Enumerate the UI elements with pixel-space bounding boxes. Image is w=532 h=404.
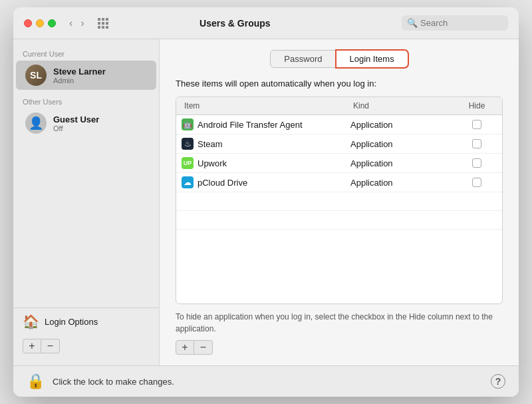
- guest-user-info: Guest User Off: [53, 114, 99, 132]
- avatar-steve: SL: [25, 65, 47, 86]
- panel-description: These items will open automatically when…: [176, 79, 503, 89]
- table-row-empty: [176, 192, 502, 211]
- traffic-lights: [24, 19, 56, 27]
- table-row: UP Upwork Application: [176, 154, 502, 173]
- back-button[interactable]: ‹: [66, 16, 75, 31]
- col-kind-header: Kind: [350, 100, 457, 112]
- sidebar: Current User SL Steve Larner Admin Other…: [13, 39, 160, 365]
- row1-name: Android File Transfer Agent: [198, 120, 303, 130]
- row4-item: ☁ pCloud Drive: [182, 176, 350, 188]
- upwork-icon: UP: [182, 157, 194, 169]
- main-content: Current User SL Steve Larner Admin Other…: [13, 39, 519, 365]
- maximize-button[interactable]: [48, 19, 56, 27]
- tab-password[interactable]: Password: [270, 50, 336, 68]
- main-window: ‹ › Users & Groups 🔍 Current User SL Ste…: [13, 7, 519, 397]
- row4-name: pCloud Drive: [198, 178, 247, 188]
- row2-name: Steam: [198, 139, 223, 149]
- row3-checkbox[interactable]: [472, 158, 481, 168]
- search-icon: 🔍: [407, 18, 418, 28]
- login-options-label: Login Options: [45, 317, 98, 327]
- titlebar: ‹ › Users & Groups 🔍: [13, 7, 519, 39]
- sidebar-action-buttons: + −: [13, 335, 159, 357]
- row3-kind: Application: [350, 158, 457, 168]
- footer-note: To hide an application when you log in, …: [176, 311, 503, 335]
- table-action-buttons: + −: [176, 340, 503, 355]
- login-items-table: Item Kind Hide 🤖 Android File Transfer A…: [176, 97, 503, 304]
- col-item-header: Item: [182, 100, 350, 112]
- row2-kind: Application: [350, 139, 457, 149]
- table-row: 🤖 Android File Transfer Agent Applicatio…: [176, 115, 502, 134]
- table-row-empty: [176, 230, 502, 248]
- sidebar-item-steve[interactable]: SL Steve Larner Admin: [16, 61, 156, 90]
- lock-text: Click the lock to make changes.: [53, 377, 483, 387]
- row4-kind: Application: [350, 178, 457, 188]
- remove-user-button[interactable]: −: [41, 339, 60, 353]
- row4-hide: [457, 178, 497, 187]
- search-bar[interactable]: 🔍: [402, 15, 508, 31]
- add-user-button[interactable]: +: [23, 339, 41, 353]
- avatar-guest: 👤: [25, 112, 47, 134]
- minimize-button[interactable]: [36, 19, 44, 27]
- close-button[interactable]: [24, 19, 32, 27]
- row2-checkbox[interactable]: [472, 139, 481, 148]
- remove-login-item-button[interactable]: −: [194, 340, 213, 355]
- current-user-label: Current User: [13, 47, 159, 61]
- tab-bar: Password Login Items: [176, 50, 503, 68]
- guest-status: Off: [53, 124, 99, 132]
- row2-item: ♨ Steam: [182, 138, 350, 150]
- search-input[interactable]: [420, 18, 500, 28]
- steve-user-info: Steve Larner Admin: [53, 67, 106, 85]
- android-icon: 🤖: [182, 118, 194, 130]
- lock-icon[interactable]: 🔒: [27, 373, 45, 390]
- window-title: Users & Groups: [76, 18, 394, 29]
- other-users-label: Other Users: [13, 95, 159, 108]
- row4-checkbox[interactable]: [472, 178, 481, 187]
- row1-kind: Application: [350, 120, 457, 130]
- guest-name: Guest User: [53, 114, 99, 124]
- table-row: ☁ pCloud Drive Application: [176, 173, 502, 192]
- steve-role: Admin: [53, 77, 106, 85]
- row1-hide: [457, 120, 497, 129]
- footer: 🔒 Click the lock to make changes. ?: [13, 365, 519, 397]
- row3-hide: [457, 158, 497, 168]
- pcloud-icon: ☁: [182, 176, 194, 188]
- login-options-item[interactable]: 🏠 Login Options: [13, 307, 159, 335]
- house-icon: 🏠: [23, 313, 39, 329]
- tab-login-items[interactable]: Login Items: [336, 50, 408, 68]
- right-panel: Password Login Items These items will op…: [160, 39, 519, 365]
- steve-name: Steve Larner: [53, 67, 106, 77]
- col-hide-header: Hide: [457, 100, 497, 112]
- row1-item: 🤖 Android File Transfer Agent: [182, 118, 350, 130]
- add-login-item-button[interactable]: +: [176, 340, 194, 355]
- row1-checkbox[interactable]: [472, 120, 481, 129]
- table-row-empty: [176, 211, 502, 230]
- steam-icon: ♨: [182, 138, 194, 150]
- sidebar-item-guest[interactable]: 👤 Guest User Off: [16, 108, 156, 138]
- table-row: ♨ Steam Application: [176, 134, 502, 154]
- help-button[interactable]: ?: [491, 374, 505, 389]
- row3-item: UP Upwork: [182, 157, 350, 169]
- row3-name: Upwork: [198, 158, 227, 168]
- table-header: Item Kind Hide: [176, 97, 502, 115]
- row2-hide: [457, 139, 497, 148]
